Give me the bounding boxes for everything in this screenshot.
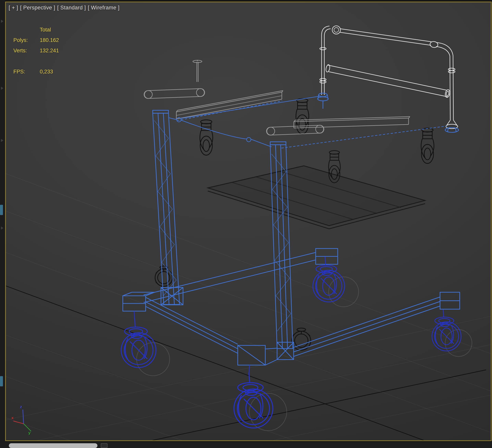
viewport-label: [ + ] [ Perspective ] [ Standard ] [ Wir… xyxy=(9,5,119,11)
caster-front-left xyxy=(121,318,156,368)
ghost-wheels xyxy=(137,277,472,431)
viewport-scene[interactable] xyxy=(6,2,491,440)
roller-tube-wireframe xyxy=(325,64,451,98)
horizontal-scrollbar[interactable] xyxy=(9,443,97,448)
polys-label: Polys: xyxy=(13,37,40,43)
scrollbar-button[interactable] xyxy=(101,443,107,448)
caster-far-right xyxy=(432,310,461,351)
panel-collapse-arrow-icon[interactable] xyxy=(1,227,3,229)
fps-value: 0,233 xyxy=(40,69,53,75)
gray-bracket-arm-left xyxy=(144,89,205,98)
statistics-overlay: Total Polys: 180.162 Verts: 132.241 FPS:… xyxy=(13,27,59,79)
walker-left-post xyxy=(153,110,183,305)
axis-x-label: x xyxy=(11,416,14,420)
viewport-shading-menu[interactable]: [ Wireframe ] xyxy=(88,5,119,11)
perspective-viewport[interactable]: [ + ] [ Perspective ] [ Standard ] [ Wir… xyxy=(5,1,492,441)
axis-y-label: y xyxy=(28,430,31,435)
stats-header-row: Total xyxy=(13,27,59,37)
walker-frame-blue[interactable] xyxy=(123,93,460,365)
stats-polys-row: Polys: 180.162 xyxy=(13,37,59,48)
side-tool-chip[interactable] xyxy=(0,376,3,386)
verts-label: Verts: xyxy=(13,48,40,54)
panel-collapse-arrow-icon[interactable] xyxy=(1,87,3,90)
panel-collapse-arrow-icon[interactable] xyxy=(1,20,3,23)
polys-value: 180.162 xyxy=(40,37,59,43)
axis-tripod-lines xyxy=(11,404,45,437)
side-ui-strip xyxy=(0,0,5,448)
world-axis-tripod-icon: z x y xyxy=(11,404,45,437)
gray-bracket-arm-right xyxy=(266,125,324,135)
caster-mid-right xyxy=(313,257,345,302)
viewport-general-menu[interactable]: [ + ] xyxy=(9,5,18,11)
bottom-ui-strip xyxy=(0,442,492,448)
panel-collapse-arrow-icon[interactable] xyxy=(1,139,3,142)
stats-column-header: Total xyxy=(40,27,51,33)
gray-pole xyxy=(193,60,202,82)
viewport-pov-menu[interactable]: [ Perspective ] xyxy=(20,5,55,11)
side-tool-chip[interactable] xyxy=(0,205,3,215)
push-handle-wireframe[interactable] xyxy=(320,26,458,129)
fps-label: FPS: xyxy=(13,69,40,75)
stats-fps-row: FPS: 0,233 xyxy=(13,69,59,79)
gray-rail-right xyxy=(294,117,410,128)
verts-value: 132.241 xyxy=(40,48,59,54)
dark-caster-left xyxy=(155,266,172,286)
screenshot-root: [ + ] [ Perspective ] [ Standard ] [ Wir… xyxy=(0,0,492,448)
bed-platform-wireframe[interactable] xyxy=(208,166,425,229)
stats-verts-row: Verts: 132.241 xyxy=(13,48,59,58)
viewport-renderer-menu[interactable]: [ Standard ] xyxy=(57,5,86,11)
grid-origin-axes xyxy=(6,286,486,440)
axis-z-label: z xyxy=(20,405,22,409)
